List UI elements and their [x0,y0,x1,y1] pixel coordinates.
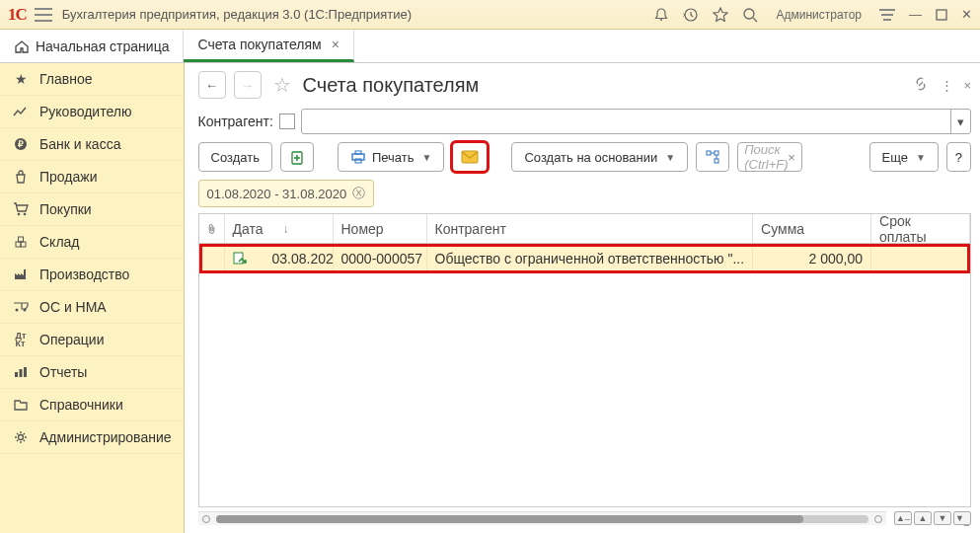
create-button[interactable]: Создать [198,142,272,172]
tab-close-icon[interactable]: × [332,37,339,52]
col-due[interactable]: Срок оплаты [871,214,970,243]
horizontal-scrollbar[interactable] [198,511,887,525]
sidebar-label: Производство [39,266,129,282]
sidebar-label: Главное [39,71,93,87]
help-button[interactable]: ? [946,142,971,172]
sidebar-item-reports[interactable]: Отчеты [0,356,184,389]
print-button[interactable]: Печать▼ [338,142,445,172]
scroll-track[interactable] [216,515,869,523]
dropdown-arrow-icon[interactable]: ▾ [950,110,970,133]
col-counterparty[interactable]: Контрагент [427,214,754,243]
copy-button[interactable] [280,142,314,172]
window-title: Бухгалтерия предприятия, редакция 3.0 (1… [62,7,654,22]
email-button[interactable] [452,142,488,172]
sidebar-item-purchases[interactable]: Покупки [0,193,184,226]
link-icon[interactable] [913,76,929,95]
go-last-button[interactable]: ▼_ [953,511,971,525]
bars-icon [12,366,30,378]
date-filter-label: 01.08.2020 - 31.08.2020 [207,187,347,201]
nav-forward-button[interactable]: → [234,71,262,99]
svg-rect-19 [355,151,361,154]
search-clear-icon[interactable]: × [788,150,795,165]
sidebar-item-operations[interactable]: ДтКтОперации [0,324,184,356]
sidebar: ★Главное Руководителю ₽Банк и касса Прод… [0,63,185,533]
go-up-button[interactable]: ▲ [914,511,932,525]
col-number-label: Номер [341,221,384,237]
sidebar-item-sales[interactable]: Продажи [0,161,184,193]
sidebar-label: Отчеты [39,364,87,380]
sidebar-item-production[interactable]: Производство [0,259,184,291]
bell-icon[interactable] [653,7,669,23]
create-based-on-button[interactable]: Создать на основании▼ [511,142,688,172]
table-body: 03.08.2020 0000-000057 Общество с ограни… [199,244,971,506]
svg-rect-10 [19,237,24,242]
nav-back-button[interactable]: ← [198,71,226,99]
sidebar-item-admin[interactable]: Администрирование [0,421,184,454]
svg-rect-8 [16,242,21,247]
close-window-button[interactable]: ✕ [961,7,972,22]
gear-icon [12,430,30,444]
sidebar-item-manager[interactable]: Руководителю [0,96,184,128]
sidebar-label: Продажи [39,169,97,185]
sidebar-item-assets[interactable]: ОС и НМА [0,291,184,324]
printer-icon [350,150,366,164]
search-icon[interactable] [742,7,758,23]
favorite-toggle-icon[interactable]: ☆ [269,73,295,97]
factory-icon [12,268,30,280]
truck-icon [12,301,30,313]
close-form-icon[interactable]: × [963,78,971,93]
cell-date-text: 03.08.2020 [272,251,334,266]
sidebar-item-bank[interactable]: ₽Банк и касса [0,128,184,161]
content-area: ← → ☆ Счета покупателям ⋮ × Контрагент: … [185,63,981,533]
table-row[interactable]: 03.08.2020 0000-000057 Общество с ограни… [199,244,971,273]
date-filter-chip[interactable]: 01.08.2020 - 31.08.2020 ⓧ [198,180,375,207]
scroll-thumb[interactable] [216,515,803,523]
svg-point-12 [24,309,27,312]
svg-point-16 [19,435,24,440]
structure-icon [705,149,720,165]
create-based-on-label: Создать на основании [524,150,657,165]
col-date[interactable]: Дата↓ [225,214,334,243]
settings-lines-icon[interactable] [879,9,895,21]
chart-line-icon [12,106,30,117]
counterparty-input[interactable]: ▾ [301,109,971,134]
tab-home-label: Начальная страница [36,38,169,54]
col-sum[interactable]: Сумма [753,214,871,243]
chip-close-icon[interactable]: ⓧ [352,185,365,202]
sort-arrow-icon: ↓ [283,222,289,236]
sidebar-label: Покупки [39,201,92,217]
sidebar-item-catalog[interactable]: Справочники [0,389,184,421]
related-docs-button[interactable] [696,142,729,172]
chevron-down-icon: ▼ [665,152,675,163]
star-icon[interactable] [713,7,728,23]
tab-active[interactable]: Счета покупателям × [184,30,353,62]
go-down-button[interactable]: ▼ [934,511,951,525]
svg-rect-3 [937,10,946,20]
more-button[interactable]: Еще▼ [869,142,939,172]
history-icon[interactable] [683,7,699,23]
svg-rect-21 [462,151,478,163]
minimize-button[interactable]: — [909,7,922,22]
paperclip-icon [207,222,216,236]
menu-icon[interactable] [35,8,52,22]
sidebar-item-warehouse[interactable]: Склад [0,226,184,259]
user-label[interactable]: Администратор [776,8,862,22]
search-input[interactable]: Поиск (Ctrl+F) × [737,142,802,172]
page-title: Счета покупателям [303,74,906,97]
go-first-button[interactable]: ▲_ [894,511,912,525]
maximize-button[interactable] [936,9,947,21]
tab-home[interactable]: Начальная страница [0,30,184,62]
create-button-label: Создать [211,150,260,165]
chevron-down-icon: ▼ [916,152,926,163]
sidebar-label: Справочники [39,397,123,413]
cell-counterparty: Общество с ограниченной ответственностью… [427,244,754,273]
col-number[interactable]: Номер [334,214,427,243]
table: Дата↓ Номер Контрагент Сумма Срок оплаты… [198,213,972,507]
filter-checkbox[interactable] [279,114,295,129]
col-date-label: Дата [233,221,264,237]
more-vertical-icon[interactable]: ⋮ [941,78,951,93]
sidebar-item-main[interactable]: ★Главное [0,63,184,96]
star-icon: ★ [12,71,30,87]
col-attachment[interactable] [199,214,225,243]
ruble-icon: ₽ [12,137,30,151]
